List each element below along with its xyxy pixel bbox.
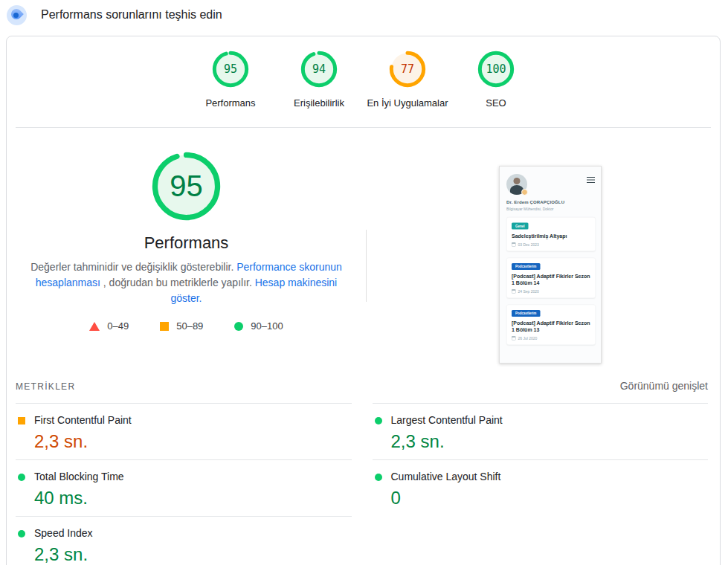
profile-name: Dr. Erdem ÇORAPÇIOĞLU (506, 200, 596, 205)
performance-big-score: 95 (150, 150, 222, 222)
gauge-accessibility-score: 94 (300, 51, 338, 88)
metric-empty-cell (373, 516, 709, 565)
legend-fail-range: 0–49 (107, 320, 129, 332)
metric-name: Speed Index (34, 527, 352, 539)
thumb-post-card: Genel Sadeleştirilmiş Altyapı 03 Dec 202… (506, 217, 596, 251)
post-badge: Podcastlerim (512, 310, 540, 317)
metrics-grid: First Contentful Paint 2,3 sn. Largest C… (16, 403, 708, 565)
gauge-seo-label: SEO (486, 97, 506, 109)
average-square-icon (18, 417, 25, 424)
gauge-accessibility-label: Erişilebilirlik (294, 97, 344, 109)
good-circle-icon (18, 530, 25, 537)
post-title: [Podcast] Adaptif Fikirler Sezon 1 Bölüm… (512, 320, 590, 333)
calendar-icon (512, 336, 516, 340)
metric-value: 2,3 sn. (391, 431, 709, 451)
performance-description: Değerler tahminidir ve değişiklik göster… (21, 259, 352, 306)
calendar-icon (512, 289, 516, 294)
gauge-seo[interactable]: 100 SEO (452, 51, 541, 109)
gauge-best-practices-label: En İyi Uygulamalar (367, 97, 448, 109)
metric-value: 0 (391, 488, 709, 508)
post-date: 26 Jul 2020 (518, 336, 538, 340)
legend-average: 50–89 (160, 320, 203, 332)
average-square-icon (160, 322, 169, 331)
page-header: Performans sorunlarını teşhis edin (0, 0, 728, 30)
metric-cumulative-layout-shift: Cumulative Layout Shift 0 (373, 459, 709, 516)
legend-fail: 0–49 (89, 320, 129, 332)
gauge-accessibility[interactable]: 94 Erişilebilirlik (275, 51, 364, 109)
avatar-head-shape (514, 178, 521, 184)
performance-section-title: Performans (7, 233, 366, 253)
post-date-row: 24 Sep 2020 (512, 289, 590, 294)
gauge-best-practices-score: 77 (389, 51, 426, 88)
gauge-seo-ring: 100 (477, 51, 515, 88)
calendar-icon (512, 242, 516, 247)
gauge-seo-score: 100 (477, 51, 515, 88)
score-legend: 0–49 50–89 90–100 (7, 320, 366, 332)
thumbnail-profile-header: Dr. Erdem ÇORAPÇIOĞLU Bilgisayar Mühendi… (506, 174, 596, 211)
post-date: 03 Dec 2023 (518, 242, 539, 247)
metric-speed-index: Speed Index 2,3 sn. (16, 516, 352, 565)
legend-good-range: 90–100 (251, 320, 283, 332)
vertical-divider (366, 230, 367, 302)
metric-total-blocking-time: Total Blocking Time 40 ms. (16, 459, 352, 516)
metrics-header-row: METRİKLER Görünümü genişlet (16, 380, 708, 392)
metric-first-contentful-paint: First Contentful Paint 2,3 sn. (16, 403, 352, 459)
gauge-accessibility-ring: 94 (300, 51, 338, 88)
post-badge: Genel (512, 223, 529, 230)
thumb-post-card: Podcastlerim [Podcast] Adaptif Fikirler … (506, 258, 596, 299)
gauge-performance-label: Performans (205, 97, 255, 109)
pagespeed-logo-icon (7, 5, 27, 25)
good-circle-icon (18, 474, 25, 481)
metric-value: 40 ms. (34, 488, 352, 508)
post-date: 24 Sep 2020 (518, 289, 539, 294)
gauge-performance-ring: 95 (212, 51, 249, 88)
description-text-2: , doğrudan bu metriklerle yapılır. (100, 277, 255, 288)
post-title: Sadeleştirilmiş Altyapı (512, 233, 590, 239)
post-date-row: 03 Dec 2023 (512, 242, 590, 247)
good-circle-icon (375, 474, 382, 481)
hamburger-menu-icon (587, 177, 595, 183)
performance-big-gauge: 95 (150, 150, 222, 222)
profile-subtitle: Bilgisayar Mühendisi, Doktor (506, 207, 596, 211)
avatar-badge (521, 189, 528, 196)
metric-value: 2,3 sn. (34, 431, 352, 451)
gauge-performance-score: 95 (212, 51, 249, 88)
expand-view-link[interactable]: Görünümü genişlet (620, 380, 708, 392)
report-card: 95 Performans 94 Erişilebilirlik 77 (6, 36, 721, 565)
metric-name: First Contentful Paint (34, 414, 352, 426)
post-date-row: 26 Jul 2020 (512, 336, 590, 340)
metric-name: Total Blocking Time (34, 471, 352, 482)
good-circle-icon (375, 417, 382, 424)
thumb-post-card: Podcastlerim [Podcast] Adaptif Fikirler … (506, 305, 596, 346)
legend-good: 90–100 (234, 320, 283, 332)
metric-value: 2,3 sn. (34, 544, 352, 564)
metric-largest-contentful-paint: Largest Contentful Paint 2,3 sn. (373, 403, 709, 459)
metrics-section: METRİKLER Görünümü genişlet First Conten… (16, 380, 708, 565)
thumbnail-content: Dr. Erdem ÇORAPÇIOĞLU Bilgisayar Mühendi… (500, 167, 602, 364)
category-gauges-row: 95 Performans 94 Erişilebilirlik 77 (7, 51, 720, 109)
description-text-1: Değerler tahminidir ve değişiklik göster… (30, 261, 236, 273)
metrics-heading: METRİKLER (16, 381, 75, 392)
gauge-best-practices-ring: 77 (389, 51, 426, 88)
page-screenshot-thumbnail[interactable]: Dr. Erdem ÇORAPÇIOĞLU Bilgisayar Mühendi… (499, 166, 602, 364)
metric-name: Cumulative Layout Shift (391, 471, 709, 482)
performance-summary: 95 Performans Değerler tahminidir ve değ… (7, 122, 366, 332)
legend-average-range: 50–89 (176, 320, 203, 332)
post-badge: Podcastlerim (512, 263, 540, 270)
post-title: [Podcast] Adaptif Fikirler Sezon 1 Bölüm… (512, 274, 590, 286)
fail-triangle-icon (89, 322, 100, 331)
metric-name: Largest Contentful Paint (391, 414, 709, 426)
logo-dot-shape (13, 13, 19, 18)
gauge-best-practices[interactable]: 77 En İyi Uygulamalar (364, 51, 452, 109)
gauge-performance[interactable]: 95 Performans (187, 51, 275, 109)
page-title: Performans sorunlarını teşhis edin (41, 8, 222, 22)
good-circle-icon (234, 322, 243, 331)
